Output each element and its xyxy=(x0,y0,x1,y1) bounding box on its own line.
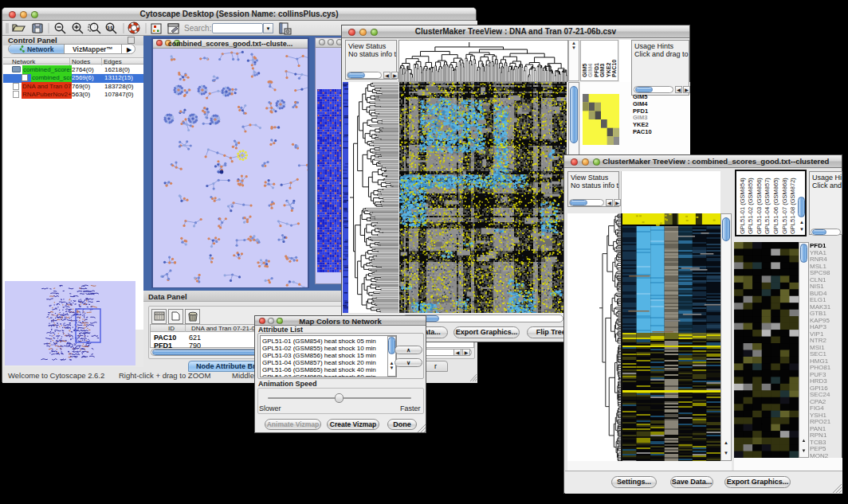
svg-text:1:1: 1:1 xyxy=(108,25,113,30)
svg-text:Search:: Search: xyxy=(184,24,211,33)
